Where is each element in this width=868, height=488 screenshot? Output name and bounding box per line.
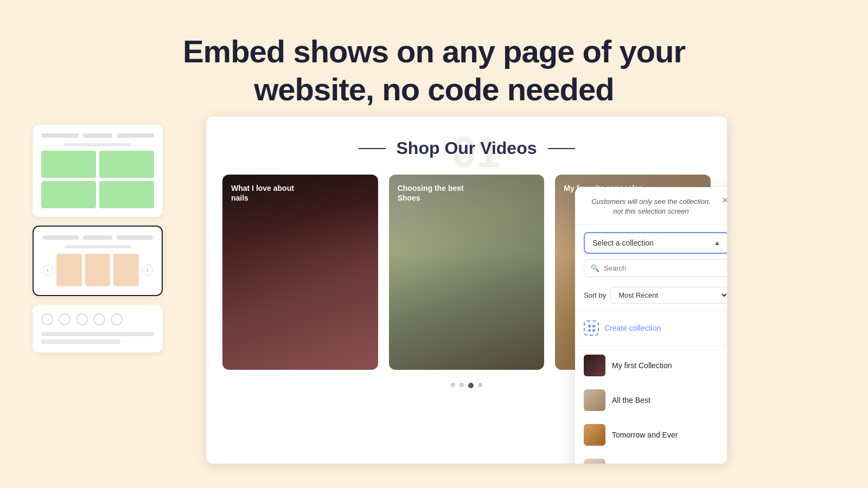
line-decoration [117, 133, 154, 138]
chevron-down-icon: ▲ [714, 239, 720, 247]
line-decoration [41, 332, 154, 336]
collection-thumb-2 [584, 389, 605, 411]
collection-panel: Customers will only see the collection, … [575, 187, 727, 464]
search-icon: 🔍 [591, 264, 599, 272]
line-decoration [64, 143, 132, 146]
collection-item-1[interactable]: My first Collection [575, 348, 727, 383]
pagination-dot-active[interactable] [468, 383, 474, 388]
heading-line1: Embed shows on any page of your [183, 34, 685, 69]
line-decoration [42, 235, 79, 240]
phone-mockup-dots [33, 305, 163, 352]
panel-header-text: Customers will only see the collection, … [586, 197, 727, 216]
carousel-cell [85, 254, 111, 286]
pagination-dot[interactable] [459, 383, 464, 387]
dot [111, 313, 123, 325]
pagination-dot[interactable] [478, 383, 482, 387]
collection-name-3: Tomorrow and Ever [612, 431, 678, 439]
video-card-2[interactable]: Choosing the best Shoes [389, 175, 545, 370]
video-label-1: What I love about nails [231, 183, 312, 203]
card-gradient [389, 175, 545, 370]
sort-by-row: Sort by Most Recent Oldest A-Z Z-A [575, 282, 727, 308]
panel-header: Customers will only see the collection, … [575, 187, 727, 224]
collection-thumb-1 [584, 355, 605, 376]
sort-label: Sort by [584, 291, 606, 299]
shop-title-text: Shop Our Videos [397, 138, 537, 158]
carousel-cell [56, 254, 82, 286]
collection-select[interactable]: Select a collection ▲ [584, 232, 727, 254]
collection-name-1: My first Collection [612, 361, 672, 370]
search-input[interactable] [604, 264, 722, 272]
line-decoration [117, 235, 153, 240]
phone-mockups: ‹ › [33, 125, 163, 352]
select-label: Select a collection [592, 239, 654, 247]
grid-cell [99, 181, 154, 208]
collection-thumb-4 [584, 459, 605, 464]
collection-item-2[interactable]: All the Best [575, 383, 727, 418]
collection-item-4[interactable]: Bringing together bags [575, 452, 727, 464]
divider [575, 310, 727, 311]
collection-thumb-3 [584, 424, 605, 446]
dot [588, 325, 591, 328]
shop-title: 01 Shop Our Videos [222, 138, 711, 158]
video-card-1[interactable]: What I love about nails [222, 175, 378, 370]
grid-layout [41, 151, 154, 208]
pagination-dot[interactable] [451, 383, 455, 387]
create-collection-label: Create collection [604, 324, 661, 332]
create-collection-icon [584, 320, 599, 336]
line-decoration [41, 133, 79, 138]
divider [575, 345, 727, 346]
line-decoration [83, 133, 113, 138]
dot [41, 313, 53, 325]
close-icon[interactable]: ✕ [719, 195, 727, 206]
card-gradient [222, 175, 378, 370]
carousel-layout: ‹ › [42, 254, 153, 286]
dots-layout [41, 313, 154, 325]
dot [592, 325, 595, 328]
title-line [359, 148, 386, 149]
line-decoration [65, 245, 131, 248]
dot [588, 329, 591, 332]
create-collection-button[interactable]: Create collection [575, 313, 727, 343]
video-label-2: Choosing the best Shoes [398, 183, 479, 203]
dots-grid [586, 323, 597, 334]
grid-cell [41, 181, 96, 208]
search-box[interactable]: 🔍 [584, 259, 727, 277]
title-line [548, 148, 575, 149]
dot [76, 313, 88, 325]
collection-item-3[interactable]: Tomorrow and Ever [575, 418, 727, 452]
carousel-prev[interactable]: ‹ [42, 265, 53, 275]
dot [592, 329, 595, 332]
line-decoration [83, 235, 112, 240]
grid-cell [99, 151, 154, 178]
main-heading: Embed shows on any page of your website,… [0, 0, 868, 130]
carousel-next[interactable]: › [142, 265, 153, 275]
heading-line2: website, no code needed [254, 72, 614, 107]
line-decoration [41, 339, 120, 344]
dot [93, 313, 105, 325]
collection-name-2: All the Best [612, 396, 650, 404]
carousel-cell [113, 254, 139, 286]
dot [59, 313, 71, 325]
website-preview: 01 Shop Our Videos What I love about nai… [206, 117, 727, 464]
sort-select[interactable]: Most Recent Oldest A-Z Z-A [610, 287, 727, 304]
phone-mockup-grid [33, 125, 163, 217]
phone-mockup-carousel[interactable]: ‹ › [33, 226, 163, 296]
grid-cell [41, 151, 96, 178]
